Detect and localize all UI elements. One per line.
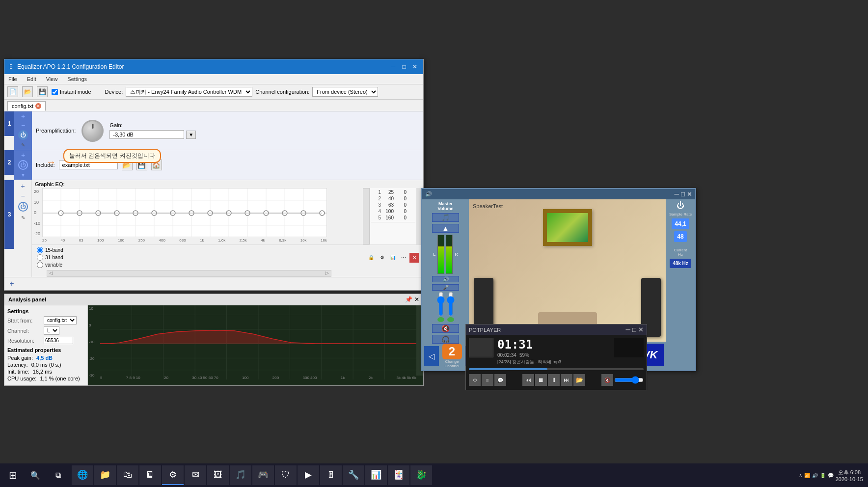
potplayer-close-button[interactable]: ✕ [638,326,644,333]
taskbar-game[interactable]: 🎮 [252,465,274,485]
add-section-button[interactable]: + [7,279,16,288]
taskbar-volume-icon[interactable]: 🔊 [812,473,818,478]
device-select[interactable]: 스피커 - Envy24 Family Audio Controller WDM [126,87,252,97]
open-button[interactable]: 📂 [22,86,33,97]
taskbar-potplayer[interactable]: ▶ [298,465,319,485]
settings-control-button[interactable]: ⚙ [469,374,481,386]
sp-btn-3[interactable]: 🔊 [432,276,459,282]
volume-slider[interactable] [614,378,644,382]
speaker-minimize-button[interactable]: ─ [674,190,678,198]
taskbar-store[interactable]: 🛍 [117,465,138,485]
taskbar-app5[interactable]: 🐉 [410,465,432,485]
section1-remove-button[interactable]: − [19,121,27,129]
taskbar-hidden-icons[interactable]: ∧ [799,473,802,478]
channel-select[interactable]: L [44,326,59,335]
speaker-close-button[interactable]: ✕ [687,190,692,198]
notification-icon[interactable]: 💬 [828,473,834,478]
menu-settings[interactable]: Settings [65,75,89,83]
open-button[interactable]: 📂 [573,374,585,386]
taskbar-app2[interactable]: 🔧 [343,465,364,485]
config-tab[interactable]: config.txt ✕ [7,101,46,111]
volume-slider-right[interactable] [447,292,454,316]
menu-file[interactable]: File [6,75,19,83]
band-31-option[interactable]: 31-band [37,254,63,261]
freq-row-1: 1 25 0 [371,189,415,195]
sp-btn-2[interactable]: ▲ [432,224,459,233]
section1-power-button[interactable]: ⏻ [18,130,28,140]
channel-row: Channel: L [7,326,84,335]
eq-dots-button[interactable]: ⋯ [399,253,408,263]
section2-add-button[interactable]: + [19,151,27,159]
sp-btn-mute[interactable]: 🔇 [432,324,459,333]
channel-2-badge[interactable]: 2 Change Channel [441,344,463,368]
close-button[interactable]: ✕ [410,62,419,71]
analysis-close-button[interactable]: ✕ [414,296,419,303]
next-button[interactable]: ⏭ [561,374,572,386]
subtitles-button[interactable]: 💬 [494,374,506,386]
channel-config-select[interactable]: From device (Stereo) [312,87,378,97]
stop-button[interactable]: ⏹ [535,374,547,386]
taskbar-media[interactable]: 🎵 [230,465,251,485]
eq-reset-button[interactable]: ✕ [409,253,419,263]
sp-btn-1[interactable]: 🎵 [432,213,459,222]
taskbar-app3[interactable]: 📊 [365,465,387,485]
section2-dropdown-button[interactable]: ▼ [19,171,27,179]
start-button[interactable]: ⊞ [2,464,24,486]
eq-lock-button[interactable]: 🔒 [366,253,376,263]
section3-remove-button[interactable]: − [19,192,27,200]
section2-power-button[interactable]: ⏻ [18,160,28,170]
save-button[interactable]: 💾 [37,86,48,97]
new-button[interactable]: 📄 [7,86,18,97]
taskbar-settings[interactable]: ⚙ [162,465,184,485]
taskbar-calc[interactable]: 🖩 [139,465,161,485]
instant-mode-checkbox[interactable] [52,89,58,95]
start-from-select[interactable]: config.txt [44,316,77,325]
system-clock[interactable]: 오후 6:08 2020-10-15 [836,469,863,482]
task-view-button[interactable]: ⧉ [47,464,69,486]
potplayer-maximize-button[interactable]: □ [632,326,636,333]
taskbar-antivirus[interactable]: 🛡 [275,465,297,485]
search-button[interactable]: 🔍 [25,464,46,486]
menu-edit[interactable]: Edit [25,75,38,83]
freq-scrollbar-h[interactable] [371,222,415,229]
taskbar-mail[interactable]: ✉ [185,465,206,485]
minimize-button[interactable]: ─ [389,62,398,71]
section3-add-button[interactable]: + [19,182,27,190]
taskbar-app4[interactable]: 🃏 [388,465,409,485]
tab-close-button[interactable]: ✕ [35,103,41,109]
mute-button[interactable]: 🔇 [601,374,613,386]
band-15-option[interactable]: 15-band [37,247,63,253]
menu-view[interactable]: View [44,75,60,83]
progress-bar[interactable] [469,368,644,370]
sp-btn-4[interactable]: 🎤 [432,284,459,291]
analysis-pin-button[interactable]: 📌 [405,296,412,303]
gain-dropdown-button[interactable]: ▼ [186,131,196,139]
eq-graph-scrollbar-h[interactable]: ◁ ▷ [47,270,331,277]
eq-settings-button[interactable]: ⚙ [377,253,387,263]
taskbar-edge[interactable]: 🌐 [72,465,93,485]
speaker-maximize-button[interactable]: □ [681,190,685,198]
taskbar-explorer[interactable]: 📁 [94,465,116,485]
speaker-right-panel: ⏻ Sample Rate 44,1 48 CurrentHz 48k Hz [666,199,695,342]
maximize-button[interactable]: □ [400,62,408,71]
resolution-input[interactable] [44,337,73,344]
channel-prev-button[interactable]: ◁ [424,346,439,366]
section1-edit-button[interactable]: ✎ [19,141,27,149]
power-off-button[interactable]: ⏻ [677,201,684,210]
sp-btn-headphone[interactable]: 🎧 [432,335,459,344]
playlist-button[interactable]: ≡ [482,374,493,386]
section1-add-button[interactable]: + [19,112,27,120]
gain-value-input[interactable] [109,130,184,139]
section3-edit-button[interactable]: ✎ [19,214,27,221]
band-var-option[interactable]: variable [37,262,63,268]
prev-button[interactable]: ⏮ [522,374,534,386]
pause-button[interactable]: ⏸ [548,374,560,386]
preamplification-knob[interactable] [81,120,104,142]
taskbar-photos[interactable]: 🖼 [207,465,229,485]
eq-chart-button[interactable]: 📊 [388,253,398,263]
eq-graph-scrollbar-v[interactable] [363,188,370,244]
volume-slider-left[interactable] [437,292,444,316]
section3-power-button[interactable]: ⏻ [18,202,28,212]
potplayer-minimize-button[interactable]: ─ [625,326,630,333]
taskbar-eq-apo[interactable]: 🎚 [320,465,342,485]
